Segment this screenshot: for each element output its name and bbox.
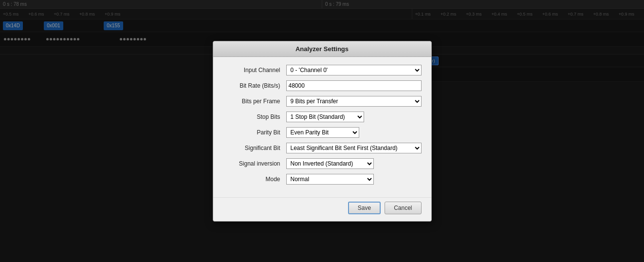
input-channel-row: Input Channel 0 - 'Channel 0' 1 - 'Chann… [223,65,422,75]
bit-rate-row: Bit Rate (Bits/s) [223,80,422,91]
dialog-title: Analyzer Settings [213,41,431,57]
bit-rate-label: Bit Rate (Bits/s) [223,82,286,89]
bits-per-frame-label: Bits per Frame [223,98,286,105]
bits-per-frame-row: Bits per Frame 9 Bits per Transfer 8 Bit… [223,96,422,107]
significant-bit-label: Significant Bit [223,145,286,151]
analyzer-settings-dialog: Analyzer Settings Input Channel 0 - 'Cha… [213,41,432,222]
parity-bit-label: Parity Bit [223,129,286,136]
input-channel-label: Input Channel [223,67,286,74]
mode-label: Mode [223,176,286,183]
mode-select[interactable]: Normal MpMode [286,174,374,185]
mode-row: Mode Normal MpMode [223,174,422,185]
significant-bit-row: Significant Bit Least Significant Bit Se… [223,143,422,153]
parity-bit-row: Parity Bit Even Parity Bit No Parity Bit… [223,127,422,138]
timeline-area: 0 s : 78 ms 0 s : 79 ms +0.5 ms +0.6 ms … [0,0,644,262]
signal-inversion-label: Signal inversion [223,160,286,167]
significant-bit-select[interactable]: Least Significant Bit Sent First (Standa… [286,143,422,153]
parity-bit-select[interactable]: Even Parity Bit No Parity Bit (Standard)… [286,127,359,138]
input-channel-select[interactable]: 0 - 'Channel 0' 1 - 'Channel 1' [286,65,422,75]
bit-rate-input[interactable] [286,80,422,91]
stop-bits-label: Stop Bits [223,113,286,120]
save-button[interactable]: Save [348,202,381,214]
signal-inversion-row: Signal inversion Non Inverted (Standard)… [223,158,422,169]
dialog-footer: Save Cancel [213,197,431,221]
stop-bits-row: Stop Bits 1 Stop Bit (Standard) 2 Stop B… [223,112,422,122]
bits-per-frame-select[interactable]: 9 Bits per Transfer 8 Bits per Transfer … [286,96,422,107]
dialog-overlay: Analyzer Settings Input Channel 0 - 'Cha… [0,0,644,262]
stop-bits-select[interactable]: 1 Stop Bit (Standard) 2 Stop Bits [286,112,364,122]
dialog-body: Input Channel 0 - 'Channel 0' 1 - 'Chann… [213,57,431,197]
signal-inversion-select[interactable]: Non Inverted (Standard) Inverted [286,158,374,169]
cancel-button[interactable]: Cancel [385,202,421,214]
